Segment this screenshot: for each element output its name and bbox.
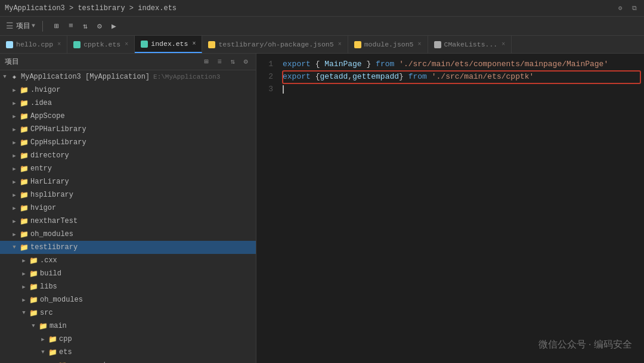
tree-arrow-main: ▼ bbox=[29, 321, 38, 331]
tree-item-oh_modules2[interactable]: ▶📁oh_modules bbox=[0, 293, 256, 306]
tab-label-cpptk-ets: cpptk.ets bbox=[83, 41, 120, 48]
tree-item-entry[interactable]: ▶📁entry bbox=[0, 162, 256, 175]
toolbar-btn-run[interactable]: ▶ bbox=[107, 20, 120, 33]
sidebar-icon-settings[interactable]: ⚙ bbox=[240, 57, 251, 67]
tree-item-oh_modules1[interactable]: ▶📁oh_modules bbox=[0, 228, 256, 241]
tree-arrow-entry: ▶ bbox=[10, 164, 19, 173]
tab-cmakelists[interactable]: CMakeLists...× bbox=[428, 36, 512, 53]
tree-arrow-oh_modules1: ▶ bbox=[10, 229, 19, 239]
tab-module-json5[interactable]: module.json5× bbox=[348, 36, 428, 53]
tree-label-appscope: AppScope bbox=[30, 112, 65, 120]
tree-item-cxx[interactable]: ▶📁.cxx bbox=[0, 254, 256, 267]
tree-icon-nextthartest: 📁 bbox=[19, 216, 29, 226]
tree-item-ets[interactable]: ▼📁ets bbox=[0, 346, 256, 359]
tab-close-oh-package-json5[interactable]: × bbox=[338, 41, 342, 48]
settings-icon[interactable]: ⚙ bbox=[615, 4, 625, 13]
tree-label-hvigor2: hvigor bbox=[30, 204, 56, 212]
tree-label-cxx: .cxx bbox=[40, 256, 57, 265]
tree-item-appscope[interactable]: ▶📁AppScope bbox=[0, 110, 256, 123]
tab-label-oh-package-json5: testlibrary/oh-package.json5 bbox=[218, 41, 333, 48]
tree-item-directory[interactable]: ▶📁directory bbox=[0, 149, 256, 162]
tree-icon-entry: 📁 bbox=[19, 164, 29, 173]
tree-item-nextthartest[interactable]: ▶📁nextharTest bbox=[0, 215, 256, 228]
tree-item-testlibrary[interactable]: ▼📁testlibrary bbox=[0, 241, 256, 254]
tree-icon-hvigor1: 📁 bbox=[19, 85, 29, 95]
tab-icon-index-ets bbox=[141, 41, 148, 48]
tab-oh-package-json5[interactable]: testlibrary/oh-package.json5× bbox=[202, 36, 348, 53]
tab-icon-cpptk-ets bbox=[73, 41, 80, 48]
toolbar-btn-list[interactable]: ≡ bbox=[64, 20, 78, 33]
tree-arrow-root: ▼ bbox=[0, 72, 10, 82]
toolbar-actions: ⊞ ≡ ⇅ ⚙ ▶ bbox=[48, 20, 123, 33]
tree-icon-hvigor2: 📁 bbox=[19, 203, 29, 213]
tab-icon-module-json5 bbox=[354, 41, 361, 48]
sidebar-icon-list[interactable]: ≡ bbox=[214, 57, 225, 67]
tab-close-hello-cpp[interactable]: × bbox=[57, 41, 61, 48]
tree-label-root: MyApplication3 [MyApplication] bbox=[21, 73, 150, 81]
tab-hello-cpp[interactable]: hello.cpp× bbox=[0, 36, 67, 53]
menu-icon: ☰ bbox=[6, 21, 14, 31]
tree-label-idea: .idea bbox=[30, 99, 52, 107]
tab-close-cmakelists[interactable]: × bbox=[501, 41, 505, 48]
tree-arrow-src: ▼ bbox=[19, 308, 29, 318]
tree-label-ets: ets bbox=[59, 348, 72, 356]
tree-icon-components: 📁 bbox=[57, 361, 67, 363]
tree-item-libs[interactable]: ▶📁libs bbox=[0, 280, 256, 293]
toolbar-btn-settings[interactable]: ⚙ bbox=[93, 20, 106, 33]
sidebar-icon-sort[interactable]: ⇅ bbox=[227, 57, 238, 67]
tree-item-root[interactable]: ▼◈MyApplication3 [MyApplication]E:\MyApp… bbox=[0, 70, 256, 83]
tree-item-hvigor1[interactable]: ▶📁.hvigor bbox=[0, 83, 256, 97]
tree-label-oh_modules2: oh_modules bbox=[40, 296, 83, 304]
tree-label-testlibrary: testlibrary bbox=[30, 243, 78, 252]
main-content: 项目 ⊞ ≡ ⇅ ⚙ ▼◈MyApplication3 [MyApplicati… bbox=[0, 54, 644, 363]
tree-item-cpphsplib[interactable]: ▶📁CppHspLibrary bbox=[0, 136, 256, 149]
tab-close-module-json5[interactable]: × bbox=[418, 41, 422, 48]
tree-item-harlibrary[interactable]: ▶📁HarLirary bbox=[0, 175, 256, 188]
tree-icon-cppharlib: 📁 bbox=[19, 125, 29, 134]
tab-index-ets[interactable]: index.ets× bbox=[135, 36, 202, 53]
tab-label-hello-cpp: hello.cpp bbox=[16, 41, 53, 48]
tree-icon-cpphsplib: 📁 bbox=[19, 138, 29, 147]
tree-item-cppharlib[interactable]: ▶📁CPPHarLibrary bbox=[0, 123, 256, 136]
tree-item-src[interactable]: ▼📁src bbox=[0, 306, 256, 319]
tree-label-src: src bbox=[40, 309, 53, 317]
sidebar-icon-layout[interactable]: ⊞ bbox=[201, 57, 212, 67]
tree-icon-libs: 📁 bbox=[29, 282, 38, 291]
code-line-3 bbox=[283, 83, 644, 96]
title-bar: MyApplication3 > testlibrary > index.ets… bbox=[0, 0, 644, 17]
tree-item-idea[interactable]: ▶📁.idea bbox=[0, 97, 256, 110]
title-bar-text: MyApplication3 > testlibrary > index.ets bbox=[5, 4, 177, 13]
sidebar-header: 项目 ⊞ ≡ ⇅ ⚙ bbox=[0, 54, 256, 70]
tree-arrow-build: ▶ bbox=[19, 269, 29, 278]
code-lines[interactable]: export { MainPage } from './src/main/ets… bbox=[278, 58, 644, 358]
tab-close-cpptk-ets[interactable]: × bbox=[125, 41, 128, 48]
line-num-2: 2 bbox=[256, 71, 273, 83]
toolbar-btn-sort[interactable]: ⇅ bbox=[79, 20, 92, 33]
line-numbers: 123 bbox=[256, 58, 278, 358]
toolbar-btn-layout[interactable]: ⊞ bbox=[50, 20, 63, 33]
tab-close-index-ets[interactable]: × bbox=[192, 41, 196, 47]
editor-content[interactable]: 123 export { MainPage } from './src/main… bbox=[256, 54, 644, 363]
toolbar-left: ☰ 项目 ▼ bbox=[4, 21, 38, 31]
tab-bar: hello.cpp×cpptk.ets×index.ets×testlibrar… bbox=[0, 36, 644, 54]
tree-icon-idea: 📁 bbox=[19, 98, 29, 108]
tab-cpptk-ets[interactable]: cpptk.ets× bbox=[67, 36, 135, 53]
tree-arrow-oh_modules2: ▶ bbox=[19, 295, 29, 305]
copy-icon[interactable]: ⧉ bbox=[630, 4, 639, 13]
tree-icon-hsplibrary: 📁 bbox=[19, 190, 29, 200]
tree-arrow-ets: ▼ bbox=[38, 348, 48, 357]
tree-item-hvigor2[interactable]: ▶📁hvigor bbox=[0, 201, 256, 215]
dropdown-arrow[interactable]: ▼ bbox=[32, 23, 35, 29]
tree-item-cpp[interactable]: ▶📁cpp bbox=[0, 333, 256, 346]
tree-item-components[interactable]: ▶📁components bbox=[0, 359, 256, 363]
tree-icon-root: ◈ bbox=[10, 72, 19, 82]
tree-icon-ets: 📁 bbox=[48, 348, 57, 357]
sidebar: 项目 ⊞ ≡ ⇅ ⚙ ▼◈MyApplication3 [MyApplicati… bbox=[0, 54, 256, 363]
tree-item-main[interactable]: ▼📁main bbox=[0, 319, 256, 333]
tree-icon-oh_modules1: 📁 bbox=[19, 229, 29, 239]
tree-item-build[interactable]: ▶📁build bbox=[0, 267, 256, 280]
tree-label-directory: directory bbox=[30, 151, 69, 160]
tree-item-hsplibrary[interactable]: ▶📁hsplibrary bbox=[0, 188, 256, 201]
tree-label-libs: libs bbox=[40, 283, 57, 291]
project-label: 项目 bbox=[16, 21, 30, 31]
